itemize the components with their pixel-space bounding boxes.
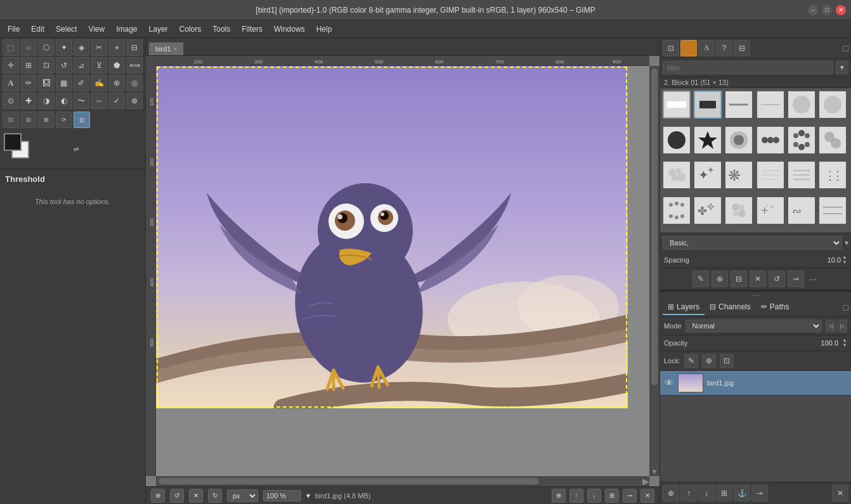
canvas-tab-bird1[interactable]: bird1 × <box>148 42 184 55</box>
tool-ink[interactable]: ◎ <box>126 75 143 91</box>
brush-action-export[interactable]: ⊸ <box>788 271 804 287</box>
brush-8[interactable] <box>694 126 722 154</box>
tool-gradient[interactable]: ▦ <box>56 75 72 91</box>
menu-item-tools[interactable]: Tools <box>207 23 235 36</box>
brush-21[interactable] <box>725 197 753 224</box>
layers-tb-anchor-btn[interactable]: ⚓ <box>734 485 750 501</box>
status-undo-btn[interactable]: ↺ <box>170 489 184 503</box>
menu-item-help[interactable]: Help <box>311 23 337 36</box>
brush-action-copy[interactable]: ⊟ <box>731 271 747 287</box>
tool-heal[interactable]: ✚ <box>20 93 37 109</box>
foreground-color-swatch[interactable] <box>4 133 22 151</box>
tool-free-select[interactable]: ⬡ <box>38 39 55 56</box>
brush-action-rotate[interactable]: ↺ <box>769 271 785 287</box>
scrollbar-h[interactable]: ▶ <box>156 476 649 486</box>
tool-foreground-select[interactable]: ⌖ <box>108 39 125 56</box>
menu-item-layer[interactable]: Layer <box>144 23 173 36</box>
brush-set-select[interactable]: Basic, <box>663 236 842 250</box>
scroll-end-btn[interactable]: ▶ <box>642 476 649 486</box>
menu-item-file[interactable]: File <box>3 23 25 36</box>
canvas-scroll-area[interactable]: 200 300 400 500 600 700 800 900 100 200 … <box>146 56 659 486</box>
tool-ellipse-select[interactable]: ○ <box>20 39 37 56</box>
brush-action-delete[interactable]: ✕ <box>750 271 766 287</box>
status-unit-select[interactable]: px % mm <box>227 489 258 502</box>
brush-filter-input[interactable] <box>663 61 833 74</box>
brush-7[interactable] <box>663 126 691 154</box>
tool-scissors[interactable]: ✂ <box>91 39 107 56</box>
status-new-btn[interactable]: ⊕ <box>151 489 165 503</box>
tool-clone[interactable]: ⊙ <box>3 93 19 109</box>
tool-align[interactable]: ⊞ <box>20 57 37 74</box>
tool-rect-select[interactable]: ⬚ <box>3 39 19 56</box>
tool-dodge-burn[interactable]: ◑ <box>38 93 55 109</box>
status-history-btn[interactable]: ↻ <box>208 489 222 503</box>
tool-fuzzy-select[interactable]: ✦ <box>56 39 72 56</box>
rp-tool-orange[interactable] <box>680 40 697 56</box>
status-nav-4[interactable]: ⊞ <box>605 489 619 503</box>
scrollbar-v-thumb[interactable] <box>651 68 658 385</box>
layers-opacity-stepper[interactable]: ▲ ▼ <box>842 338 847 348</box>
brush-5[interactable] <box>788 91 815 119</box>
brush-24[interactable] <box>819 197 847 224</box>
status-zoom-arrow[interactable]: ▾ <box>306 491 310 500</box>
brush-action-edit[interactable]: ✎ <box>692 271 709 287</box>
brush-11[interactable] <box>788 126 815 154</box>
bird-canvas-image[interactable] <box>156 66 628 408</box>
tool-path[interactable]: ✏ <box>20 75 37 91</box>
panel-collapse-handle[interactable] <box>660 292 851 298</box>
layer-item-bird1[interactable]: 👁 bird1.jpg <box>660 371 851 396</box>
tool-blur[interactable]: ◐ <box>56 93 72 109</box>
brush-10[interactable] <box>757 126 784 154</box>
scrollbar-v[interactable]: ▼ <box>649 66 659 476</box>
layers-tab-layers[interactable]: ⊞ Layers <box>663 300 705 315</box>
tool-text[interactable]: A <box>3 75 19 91</box>
brush-action-add[interactable]: ⊕ <box>711 271 728 287</box>
brush-15[interactable]: ❋ <box>725 161 753 189</box>
layers-tab-channels[interactable]: ⊟ Channels <box>705 300 756 315</box>
tool-smudge[interactable]: 〜 <box>74 93 90 109</box>
layers-tb-delete-btn[interactable]: ✕ <box>832 485 848 501</box>
tool-airbrush[interactable]: ⊕ <box>108 75 125 91</box>
status-nav-1[interactable]: ⊕ <box>552 489 566 503</box>
brush-filter-arrow[interactable]: ▾ <box>836 61 848 74</box>
layers-tb-new-btn[interactable]: ⊕ <box>663 485 679 501</box>
brush-6[interactable] <box>819 91 847 119</box>
tool-by-color[interactable]: ◈ <box>74 39 90 56</box>
close-button[interactable]: ✕ <box>836 5 846 15</box>
layers-mode-arr-left[interactable]: ◁ <box>826 320 836 332</box>
tool-move[interactable]: ✛ <box>3 57 19 74</box>
brush-18[interactable]: ⋮ ⋮ <box>819 161 847 189</box>
tool-secondary-2[interactable]: ⊟ <box>20 112 37 128</box>
tool-rotate[interactable]: ↺ <box>56 57 72 74</box>
brush-19[interactable] <box>663 197 691 224</box>
menu-item-windows[interactable]: Windows <box>269 23 310 36</box>
brush-9[interactable] <box>725 126 753 154</box>
layers-tb-duplicate-btn[interactable]: ⊞ <box>716 485 732 501</box>
scroll-bottom-btn[interactable]: ▼ <box>651 467 658 476</box>
status-nav-6[interactable]: ✕ <box>640 489 654 503</box>
tool-eraser[interactable]: ⊟ <box>126 39 143 56</box>
lock-position-btn[interactable]: ⊕ <box>702 354 716 368</box>
layers-mode-select[interactable]: Normal Multiply Screen <box>685 320 822 332</box>
layers-collapse-button[interactable]: □ <box>843 302 848 313</box>
layers-tb-raise-btn[interactable]: ↑ <box>680 485 697 501</box>
tool-paintbrush[interactable]: ✍ <box>91 75 107 91</box>
brush-2-selected[interactable] <box>694 91 722 119</box>
menu-item-colors[interactable]: Colors <box>174 23 207 36</box>
maximize-button[interactable]: □ <box>822 5 832 15</box>
brush-20[interactable]: ✤ ✤ <box>694 197 722 224</box>
tool-pencil[interactable]: ✐ <box>74 75 90 91</box>
brush-22[interactable]: + + + <box>757 197 784 224</box>
tool-zoom[interactable]: ⊕ <box>126 93 143 109</box>
menu-item-view[interactable]: View <box>83 23 110 36</box>
canvas-tab-close[interactable]: × <box>173 46 177 53</box>
menu-item-image[interactable]: Image <box>111 23 142 36</box>
tool-colorpicker[interactable]: ✓ <box>108 93 125 109</box>
brush-17[interactable] <box>788 161 815 189</box>
tool-secondary-1[interactable]: ⊡ <box>3 112 19 128</box>
brush-16[interactable] <box>757 161 784 189</box>
brush-3[interactable] <box>725 91 753 119</box>
brush-23[interactable]: ∾ <box>788 197 815 224</box>
tool-paintbucket[interactable]: ⛾ <box>38 75 55 91</box>
menu-item-edit[interactable]: Edit <box>26 23 49 36</box>
